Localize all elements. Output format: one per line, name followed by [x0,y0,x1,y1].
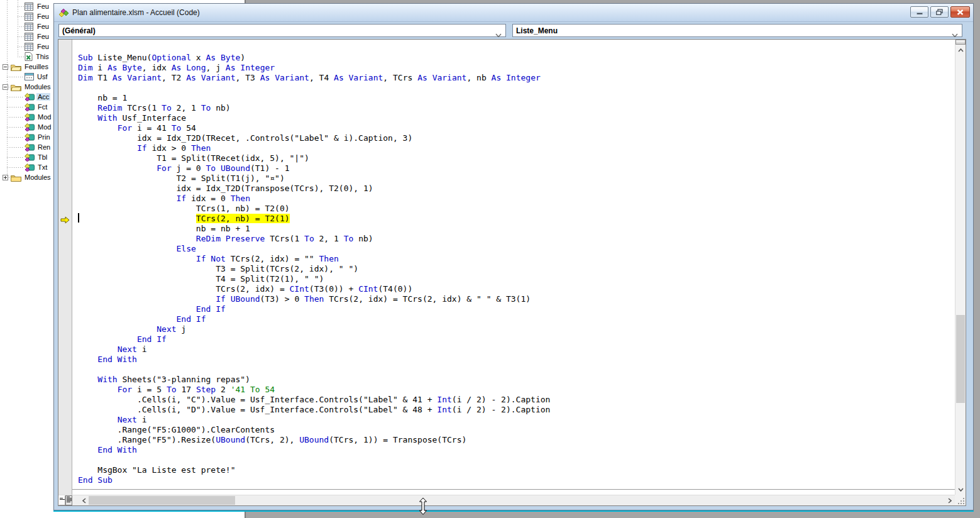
code-editor-text[interactable]: Sub Liste_Menu(Optional x As Byte)Dim i … [72,40,955,495]
project-tree-item-mod[interactable]: Mod [25,112,52,122]
project-tree-item-feu[interactable]: Feu [25,11,50,21]
project-tree-item-acc[interactable]: Acc [25,92,50,102]
horizontal-scrollbar[interactable] [58,495,955,505]
code-line[interactable]: If UBound(T3) > 0 Then TCrs(2, idx) = TC… [78,294,955,304]
code-segment: nb) [353,234,373,243]
vertical-scroll-thumb[interactable] [956,315,965,403]
code-segment: j [177,324,187,334]
code-line[interactable]: End Sub [78,475,955,485]
code-line[interactable]: TCrs(2, nb) = T2(1) [78,214,955,224]
full-module-view-button[interactable] [65,495,72,505]
code-segment: To [206,163,216,173]
code-line[interactable]: Dim i As Byte, idx As Long, j As Integer [78,63,955,73]
code-line[interactable] [78,83,955,93]
procedure-dropdown[interactable]: Liste_Menu [512,24,962,37]
code-line[interactable]: MsgBox "La Liste est prete!" [78,465,955,475]
code-line[interactable]: End If [78,314,955,324]
code-line[interactable]: T3 = Split(TCrs(2, idx), " ") [78,264,955,274]
project-tree-item-prin[interactable]: Prin [25,132,52,142]
code-line[interactable]: If Not TCrs(2, idx) = "" Then [78,254,955,264]
code-line[interactable]: Next i [78,415,955,425]
project-tree-item-feuilles[interactable]: Feuilles [3,62,50,72]
code-segment [78,334,137,344]
tree-expander-minus-icon[interactable] [3,64,8,70]
margin-indicator-bar[interactable] [58,40,72,495]
vertical-scrollbar[interactable] [955,40,966,495]
code-line[interactable]: .Range("F5").Resize(UBound(TCrs, 2), UBo… [78,435,955,445]
code-line[interactable]: idx = Idx_T2D(TRecet, .Controls("Label" … [78,133,955,143]
code-line[interactable]: For i = 5 To 17 Step 2 '41 To 54 [78,385,955,395]
code-segment: Liste_Menu( [92,53,151,62]
code-line[interactable]: For j = 0 To UBound(T1) - 1 [78,163,955,174]
project-tree-item-this[interactable]: This [25,52,50,62]
code-segment: For [118,385,132,394]
code-line[interactable]: Next j [78,324,955,334]
project-tree-item-feu[interactable]: Feu [25,31,50,41]
code-line[interactable]: If idx > 0 Then [78,143,955,153]
scroll-down-button[interactable] [955,484,966,495]
code-line[interactable]: For i = 41 To 54 [78,123,955,133]
code-line[interactable]: End With [78,355,955,365]
scroll-left-button[interactable] [79,495,89,505]
project-tree-item-feu[interactable]: Feu [25,1,50,11]
project-tree-item-usf[interactable]: Usf [25,72,49,82]
split-handle[interactable] [955,40,966,45]
code-line[interactable]: T1 = Split(TRecet(idx, 5), "|") [78,153,955,163]
project-tree-item-modules[interactable]: Modules [3,172,52,182]
object-dropdown[interactable]: (Général) [58,24,506,37]
code-line[interactable]: TCrs(1, nb) = T2(0) [78,204,955,214]
code-line[interactable]: idx = Idx_T2D(Transpose(TCrs), T2(0), 1) [78,184,955,194]
code-line[interactable]: Next i [78,344,955,355]
code-segment: i [137,344,147,354]
code-segment: Int [437,395,451,404]
code-line[interactable] [78,455,955,465]
code-line[interactable]: nb = 1 [78,93,955,103]
project-tree-item-txt[interactable]: Txt [25,162,48,172]
code-line[interactable]: .Range("F5:G1000").ClearContents [78,425,955,435]
code-line[interactable]: End If [78,304,955,314]
code-line[interactable]: T2 = Split(T1(j), "¤") [78,174,955,184]
code-window-titlebar[interactable]: Plan alimentaire.xlsm - Accueil (Code) [54,4,973,22]
code-segment [78,214,196,223]
code-line[interactable]: .Cells(i, "C").Value = Usf_Interface.Con… [78,395,955,405]
procedure-view-button[interactable] [58,495,65,505]
code-line[interactable]: Else [78,244,955,254]
scroll-right-button[interactable] [945,495,955,505]
project-tree-item-feu[interactable]: Feu [25,41,50,52]
restore-button[interactable] [930,6,949,18]
project-tree-item-fct[interactable]: Fct [25,102,48,112]
project-tree-item-modules[interactable]: Modules [3,82,52,92]
tree-expander-plus-icon[interactable] [3,175,8,180]
code-line[interactable]: ReDim Preserve TCrs(1 To 2, 1 To nb) [78,234,955,244]
code-line[interactable]: End With [78,445,955,455]
code-line[interactable]: With Usf_Interface [78,113,955,123]
code-line[interactable]: TCrs(2, idx) = CInt(T3(0)) + CInt(T4(0)) [78,284,955,294]
scroll-up-button[interactable] [955,45,966,55]
code-line[interactable]: With Sheets("3-planning repas") [78,375,955,385]
code-segment: idx = Idx_T2D(TRecet, .Controls("Label" … [78,133,412,143]
project-tree-item-mod[interactable]: Mod [25,122,52,132]
code-line[interactable] [78,365,955,375]
code-segment: Integer [506,73,541,82]
code-segment: 54 [181,123,195,133]
code-line[interactable]: T4 = Split(T2(1), " ") [78,274,955,284]
window-resize-grip[interactable] [955,495,966,505]
project-tree-item-feu[interactable]: Feu [25,21,50,31]
horizontal-scroll-thumb[interactable] [89,496,235,505]
code-line[interactable]: Sub Liste_Menu(Optional x As Byte) [78,53,955,63]
code-line[interactable]: Dim T1 As Variant, T2 As Variant, T3 As … [78,73,955,83]
code-line[interactable]: End If [78,334,955,344]
tree-expander-minus-icon[interactable] [3,84,8,90]
close-button[interactable] [950,6,970,18]
tree-item-label: Feu [36,13,50,20]
project-tree-item-ren[interactable]: Ren [25,142,52,152]
code-segment [78,445,97,455]
code-line[interactable]: ReDim TCrs(1 To 2, 1 To nb) [78,103,955,113]
tree-connector-stub [7,127,24,128]
code-segment: .Cells(i, "D").Value = Usf_Interface.Con… [78,405,437,414]
code-line[interactable]: .Cells(i, "D").Value = Usf_Interface.Con… [78,405,955,415]
code-line[interactable]: nb = nb + 1 [78,224,955,234]
minimize-button[interactable] [910,6,928,18]
project-tree-item-tbl[interactable]: Tbl [25,152,48,162]
code-line[interactable]: If idx = 0 Then [78,194,955,204]
